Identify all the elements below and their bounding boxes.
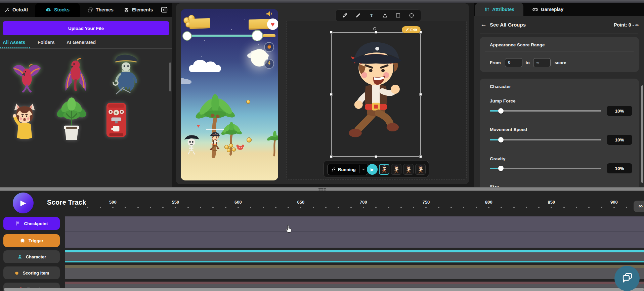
animation-select[interactable]: Running: [327, 164, 368, 175]
asset-parrot-diving[interactable]: [56, 56, 95, 97]
ruler-tick: [400, 207, 402, 208]
speaker-icon[interactable]: [265, 9, 274, 18]
back-arrow-icon[interactable]: ←: [480, 21, 487, 28]
animation-frame-3[interactable]: [403, 164, 414, 175]
chevron-down-icon[interactable]: [361, 167, 366, 172]
rectangle-tool[interactable]: [393, 10, 403, 20]
panel-scrollbar[interactable]: [641, 85, 643, 183]
boost-button[interactable]: [264, 59, 274, 69]
animation-frame-1[interactable]: [379, 164, 389, 175]
asset-tab-ai-generated[interactable]: AI Generated: [67, 40, 96, 45]
slider-knob[interactable]: [498, 166, 504, 171]
rotate-handle[interactable]: [373, 27, 376, 30]
ruler-label: 900: [610, 200, 618, 205]
card-title: Appearance Score Range: [490, 42, 545, 47]
pen-tool[interactable]: [340, 10, 350, 20]
collapse-panel-button[interactable]: [161, 3, 168, 17]
slider-label-movement-speed: Movement Speed: [490, 127, 527, 132]
ruler-tick: [325, 207, 327, 208]
score-from-input[interactable]: [505, 58, 522, 67]
track-button-checkpoint[interactable]: Checkpoint: [3, 217, 60, 230]
scoring-item-lane[interactable]: [65, 265, 644, 279]
resize-handle-br[interactable]: [419, 155, 422, 158]
coin: [246, 100, 250, 104]
tab-gameplay[interactable]: Gameplay: [527, 3, 568, 16]
resize-handle-tm[interactable]: [375, 31, 377, 34]
panel-resize-divider[interactable]: [0, 187, 644, 191]
ruler-tick: [137, 207, 139, 208]
resize-handle-ml[interactable]: [330, 93, 333, 96]
checkpoint-trigger-lane[interactable]: [65, 216, 644, 248]
resize-handle-tl[interactable]: [330, 31, 333, 34]
progress-knob-right[interactable]: [252, 31, 262, 41]
tab-octoai[interactable]: OctoAI: [4, 3, 28, 17]
tab-gameplay-label: Gameplay: [541, 7, 563, 12]
track-button-trigger[interactable]: Trigger: [3, 234, 60, 247]
left-tab-bar: OctoAI Stocks Themes Elements: [0, 3, 172, 17]
animation-frame-4[interactable]: [415, 164, 426, 175]
lightning-icon: [266, 60, 272, 68]
game-preview[interactable]: ♥ ♥: [181, 9, 278, 180]
timeline-title: Score Track: [47, 199, 86, 206]
see-all-groups-link[interactable]: See All Groups: [490, 22, 526, 28]
triangle-tool[interactable]: [380, 10, 390, 20]
enemies-lane[interactable]: [65, 282, 644, 288]
ruler-tick: [526, 207, 527, 208]
timeline-play-button[interactable]: ▶: [13, 193, 34, 213]
apple-icon: [14, 270, 19, 276]
slider-knob[interactable]: [498, 108, 504, 114]
play-animation-button[interactable]: ▶: [367, 164, 378, 175]
tab-attributes[interactable]: Attributes: [475, 3, 523, 16]
asset-ghost-pirate-captain[interactable]: [106, 53, 145, 97]
ruler-tick: [588, 207, 590, 208]
track-button-label: Trigger: [29, 238, 43, 243]
gamepad-icon: [532, 6, 538, 12]
layers-icon: [124, 7, 129, 13]
text-tool[interactable]: T: [367, 10, 377, 20]
ruler-tick: [225, 207, 226, 208]
asset-tab-folders[interactable]: Folders: [38, 40, 55, 45]
progress-knob-left[interactable]: [183, 32, 191, 40]
slider-track[interactable]: [490, 139, 601, 140]
resize-handle-mr[interactable]: [419, 93, 422, 96]
ruler-tick: [413, 207, 414, 208]
asset-coffee-machine[interactable]: [99, 98, 134, 144]
ruler-tick: [438, 207, 439, 208]
upload-file-button[interactable]: Upload Your File: [3, 21, 169, 35]
resize-handle-bm[interactable]: [375, 155, 377, 158]
draw-toolbar: T: [335, 9, 421, 22]
track-button-character[interactable]: Character: [3, 250, 60, 263]
resize-handle-bl[interactable]: [330, 155, 333, 158]
ruler-label: 700: [360, 200, 367, 205]
drag-handle[interactable]: [318, 188, 326, 191]
tab-stocks[interactable]: Stocks: [35, 3, 80, 17]
ruler-tick: [501, 207, 502, 208]
right-tab-bar: Attributes Gameplay: [474, 3, 644, 16]
slider-track[interactable]: [490, 168, 601, 169]
asset-tab-all-assets[interactable]: All Assets: [3, 40, 25, 45]
edit-button[interactable]: Edit: [402, 26, 421, 33]
slider-knob[interactable]: [498, 137, 504, 142]
tab-themes[interactable]: Themes: [87, 3, 114, 17]
pirate-character-sprite[interactable]: [337, 38, 415, 148]
track-button-scoring-item[interactable]: Scoring Item: [3, 266, 60, 279]
powerup-button[interactable]: [264, 42, 274, 52]
score-to-input[interactable]: [533, 58, 551, 67]
animation-frame-2[interactable]: [391, 164, 401, 175]
pencil-tool[interactable]: [353, 10, 363, 20]
assets-scrollbar[interactable]: [169, 63, 171, 91]
runner-icon: [331, 167, 336, 172]
slider-track[interactable]: [490, 110, 601, 112]
tab-elements[interactable]: Elements: [124, 3, 153, 17]
asset-girl-cat-ears[interactable]: [7, 98, 42, 143]
next-section-label: Size: [490, 184, 499, 187]
chat-fab-button[interactable]: [614, 266, 640, 291]
asset-potted-plant[interactable]: [52, 97, 91, 143]
ellipse-tool[interactable]: [406, 10, 417, 20]
asset-parrot-flying[interactable]: [9, 58, 44, 95]
timeline-horizontal-scrollbar[interactable]: [4, 288, 644, 291]
ruler-tick: [450, 207, 452, 208]
infinity-button[interactable]: ∞: [634, 201, 644, 212]
character-lane[interactable]: [65, 250, 644, 262]
ruler-tick: [601, 207, 602, 208]
